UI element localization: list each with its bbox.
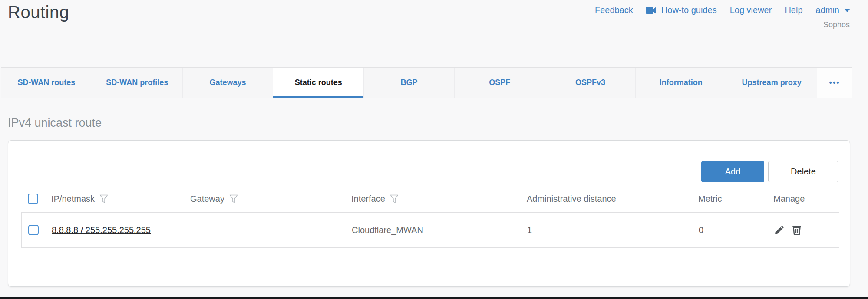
howto-guides-label: How-to guides: [661, 5, 717, 15]
filter-icon[interactable]: [99, 194, 108, 204]
filter-icon[interactable]: [229, 194, 238, 204]
feedback-link[interactable]: Feedback: [595, 5, 633, 15]
video-camera-icon: [646, 7, 657, 14]
tab-bar: SD-WAN routes SD-WAN profiles Gateways S…: [1, 67, 852, 98]
select-all-cell: [21, 194, 45, 204]
add-button[interactable]: Add: [701, 161, 764, 182]
filter-icon[interactable]: [390, 194, 399, 204]
row-manage-cell: [768, 224, 839, 236]
column-administrative-distance-label: Administrative distance: [527, 194, 616, 204]
row-administrative-distance-cell: 1: [521, 225, 693, 235]
select-all-checkbox[interactable]: [28, 194, 38, 204]
row-select-cell: [22, 225, 46, 235]
row-ip-netmask-cell: 8.8.8.8 / 255.255.255.255: [46, 225, 185, 235]
tab-sd-wan-profiles[interactable]: SD-WAN profiles: [92, 68, 183, 98]
column-manage-label: Manage: [773, 194, 805, 204]
column-interface-label: Interface: [351, 194, 385, 204]
column-interface: Interface: [345, 194, 521, 204]
ip-netmask-link[interactable]: 8.8.8.8 / 255.255.255.255: [52, 225, 151, 235]
routes-panel: Add Delete IP/netmask Gateway Interface …: [8, 140, 850, 287]
tab-static-routes[interactable]: Static routes: [273, 68, 364, 98]
brand-label: Sophos: [823, 20, 850, 30]
caret-down-icon: [844, 9, 850, 12]
column-administrative-distance: Administrative distance: [521, 194, 692, 204]
column-manage: Manage: [767, 194, 839, 204]
tab-bgp[interactable]: BGP: [364, 68, 455, 98]
tab-information[interactable]: Information: [636, 68, 726, 98]
row-metric-cell: 0: [693, 225, 768, 235]
admin-menu-label: admin: [816, 5, 839, 15]
bottom-edge-bar: [0, 297, 868, 299]
delete-button[interactable]: Delete: [768, 161, 838, 182]
row-checkbox[interactable]: [28, 225, 39, 235]
tab-ospf[interactable]: OSPF: [455, 68, 545, 98]
tab-sd-wan-routes[interactable]: SD-WAN routes: [1, 68, 92, 98]
column-ip-netmask: IP/netmask: [45, 194, 184, 204]
admin-menu[interactable]: admin: [816, 5, 850, 15]
tab-overflow-ellipsis-icon[interactable]: •••: [817, 68, 852, 98]
table-row: 8.8.8.8 / 255.255.255.255 Cloudflare_MWA…: [21, 212, 839, 248]
section-heading: IPv4 unicast route: [8, 116, 102, 130]
delete-trash-icon[interactable]: [791, 224, 802, 236]
column-ip-netmask-label: IP/netmask: [51, 194, 95, 204]
tab-ospfv3[interactable]: OSPFv3: [545, 68, 636, 98]
column-metric: Metric: [692, 194, 767, 204]
row-interface-cell: Cloudflare_MWAN: [346, 225, 521, 235]
help-link[interactable]: Help: [785, 5, 802, 15]
interface-value: Cloudflare_MWAN: [352, 225, 423, 235]
howto-guides-link[interactable]: How-to guides: [646, 5, 717, 15]
tab-gateways[interactable]: Gateways: [183, 68, 274, 98]
page-title: Routing: [8, 3, 69, 22]
column-gateway: Gateway: [184, 194, 345, 204]
tab-upstream-proxy[interactable]: Upstream proxy: [726, 68, 817, 98]
table-header: IP/netmask Gateway Interface Administrat…: [21, 188, 839, 209]
metric-value: 0: [699, 225, 703, 235]
log-viewer-link[interactable]: Log viewer: [730, 5, 772, 15]
top-nav: Feedback How-to guides Log viewer Help a…: [595, 5, 850, 15]
column-metric-label: Metric: [698, 194, 722, 204]
column-gateway-label: Gateway: [190, 194, 224, 204]
edit-pencil-icon[interactable]: [774, 224, 785, 236]
administrative-distance-value: 1: [527, 225, 532, 235]
